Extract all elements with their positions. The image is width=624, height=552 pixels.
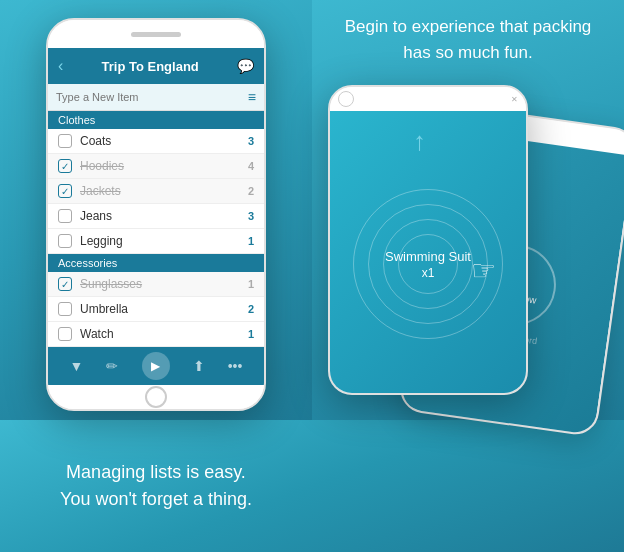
- checkbox-umbrella[interactable]: [58, 302, 72, 316]
- item-name: Jeans: [80, 209, 248, 223]
- share-icon[interactable]: ⬆: [193, 358, 205, 374]
- item-name: Hoodies: [80, 159, 248, 173]
- item-name: Watch: [80, 327, 248, 341]
- list-item[interactable]: Jeans 3: [48, 204, 264, 229]
- arrow-up-icon: ↑: [413, 126, 426, 157]
- item-count: 3: [248, 135, 254, 147]
- phone-mockup-front: ✕ ↑ Swimming Suit x1: [328, 85, 528, 395]
- right-tagline: Begin to experience that packing has so …: [312, 14, 624, 65]
- item-count: 1: [248, 328, 254, 340]
- list-item[interactable]: Coats 3: [48, 129, 264, 154]
- phone-top-bar: [48, 20, 264, 48]
- swim-suit-label: Swimming Suit x1: [385, 249, 471, 280]
- swim-suit-qty: x1: [385, 265, 471, 279]
- bottom-area: Managing lists is easy. You won't forget…: [0, 420, 624, 552]
- search-input[interactable]: [56, 91, 216, 103]
- hand-cursor-icon: ☞: [471, 254, 496, 287]
- edit-icon[interactable]: ✏: [106, 358, 118, 374]
- chat-icon[interactable]: 💬: [237, 58, 254, 74]
- camera-front: [338, 91, 354, 107]
- right-panel: Begin to experience that packing has so …: [312, 0, 624, 420]
- item-name: Jackets: [80, 184, 248, 198]
- phone-toolbar: ▼ ✏ ▶ ⬆ •••: [48, 347, 264, 385]
- item-count: 1: [248, 235, 254, 247]
- list-item[interactable]: ✓ Sunglasses 1: [48, 272, 264, 297]
- checkbox-hoodies[interactable]: ✓: [58, 159, 72, 173]
- filter-icon[interactable]: ▼: [70, 358, 84, 374]
- list-item[interactable]: ✓ Hoodies 4: [48, 154, 264, 179]
- home-button[interactable]: [145, 386, 167, 408]
- list-item[interactable]: ✓ Jackets 2: [48, 179, 264, 204]
- left-panel: ‹ Trip To England 💬 ≡ Clothes Coats 3 ✓ …: [0, 0, 312, 420]
- item-name: Sunglasses: [80, 277, 248, 291]
- more-icon[interactable]: •••: [228, 358, 243, 374]
- checkbox-sunglasses[interactable]: ✓: [58, 277, 72, 291]
- item-count: 3: [248, 210, 254, 222]
- checkbox-jeans[interactable]: [58, 209, 72, 223]
- bottom-left: Managing lists is easy. You won't forget…: [0, 420, 312, 552]
- phone-bottom-bar: [48, 385, 264, 409]
- checkbox-jackets[interactable]: ✓: [58, 184, 72, 198]
- right-phones-container: ▶ Pack Now Speed Record ✕: [328, 85, 608, 420]
- play-button[interactable]: ▶: [142, 352, 170, 380]
- item-name: Umbrella: [80, 302, 248, 316]
- back-arrow-icon[interactable]: ‹: [58, 57, 63, 75]
- phone-search-bar: ≡: [48, 84, 264, 111]
- item-count: 1: [248, 278, 254, 290]
- front-status: ✕: [511, 95, 518, 104]
- item-count: 2: [248, 185, 254, 197]
- phone-speaker: [131, 32, 181, 37]
- list-item[interactable]: Umbrella 2: [48, 297, 264, 322]
- item-count: 2: [248, 303, 254, 315]
- item-count: 4: [248, 160, 254, 172]
- bottom-left-text: Managing lists is easy. You won't forget…: [60, 459, 252, 513]
- checkbox-watch[interactable]: [58, 327, 72, 341]
- item-name: Coats: [80, 134, 248, 148]
- item-name: Legging: [80, 234, 248, 248]
- menu-icon[interactable]: ≡: [248, 89, 256, 105]
- bottom-right: [312, 420, 624, 552]
- list-item[interactable]: Legging 1: [48, 229, 264, 254]
- checkbox-legging[interactable]: [58, 234, 72, 248]
- phone-title: Trip To England: [102, 59, 199, 74]
- phone-front-top: ✕: [330, 87, 526, 111]
- phone-front-screen: ↑ Swimming Suit x1 ☞: [330, 111, 526, 395]
- phone-header: ‹ Trip To England 💬: [48, 48, 264, 84]
- section-accessories: Accessories: [48, 254, 264, 272]
- swim-suit-name: Swimming Suit: [385, 249, 471, 266]
- list-item[interactable]: Watch 1: [48, 322, 264, 347]
- checkbox-coats[interactable]: [58, 134, 72, 148]
- phone-mockup-left: ‹ Trip To England 💬 ≡ Clothes Coats 3 ✓ …: [46, 18, 266, 411]
- section-clothes: Clothes: [48, 111, 264, 129]
